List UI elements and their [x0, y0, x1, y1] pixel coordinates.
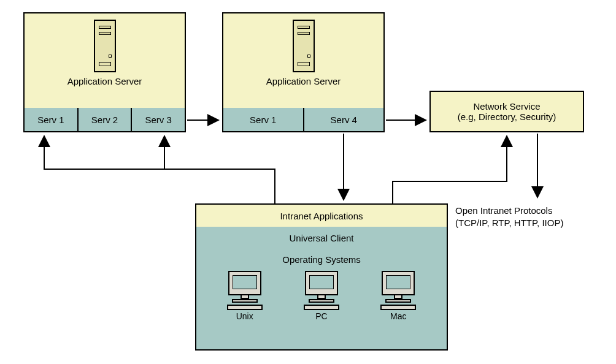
service-label: Serv 4	[331, 115, 357, 125]
network-service-title: Network Service	[431, 101, 583, 112]
app-server-1-services: Serv 1 Serv 2 Serv 3	[23, 108, 186, 132]
app-server-1: Application Server	[23, 12, 186, 109]
network-service-subtitle: (e.g, Directory, Security)	[431, 112, 583, 122]
app-server-2-title: Application Server	[223, 76, 383, 86]
os-label: Unix	[206, 311, 283, 321]
service-label: Serv 1	[250, 115, 276, 125]
protocols-line1: Open Intranet Protocols	[455, 205, 609, 217]
operating-systems: Operating Systems Unix PC Mac	[195, 250, 448, 351]
os-label: PC	[283, 311, 360, 321]
server-tower-icon	[94, 20, 116, 72]
intranet-applications: Intranet Applications	[195, 203, 448, 228]
monitor-icon	[300, 271, 343, 310]
network-service: Network Service (e.g, Directory, Securit…	[429, 91, 584, 132]
server-tower-icon	[293, 20, 315, 72]
app-server-2-services: Serv 1 Serv 4	[222, 108, 385, 132]
intranet-apps-label: Intranet Applications	[280, 211, 363, 221]
service-label: Serv 1	[37, 115, 64, 125]
protocols-line2: (TCP/IP, RTP, HTTP, IIOP)	[455, 217, 609, 229]
app-server-1-title: Application Server	[25, 76, 185, 86]
service-label: Serv 3	[145, 115, 172, 125]
universal-client-label: Universal Client	[289, 233, 353, 243]
os-label: Mac	[360, 311, 437, 321]
monitor-icon	[377, 271, 420, 310]
protocols-note: Open Intranet Protocols (TCP/IP, RTP, HT…	[455, 205, 609, 230]
operating-systems-label: Operating Systems	[196, 250, 447, 271]
service-label: Serv 2	[91, 115, 118, 125]
monitor-icon	[223, 271, 266, 310]
universal-client: Universal Client	[195, 227, 448, 251]
app-server-2: Application Server	[222, 12, 385, 109]
